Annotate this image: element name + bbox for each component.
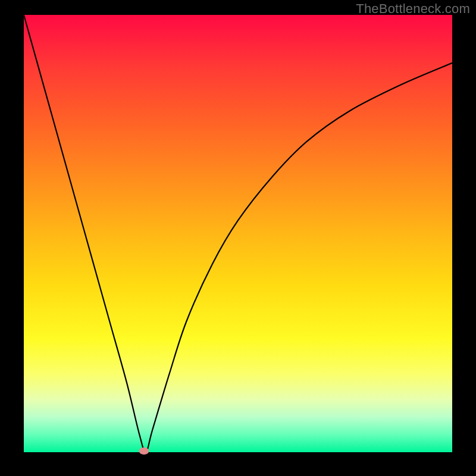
bottleneck-curve (24, 15, 452, 452)
watermark-text: TheBottleneck.com (356, 1, 470, 17)
chart-frame: TheBottleneck.com (0, 0, 476, 476)
optimal-point-marker (139, 447, 149, 455)
